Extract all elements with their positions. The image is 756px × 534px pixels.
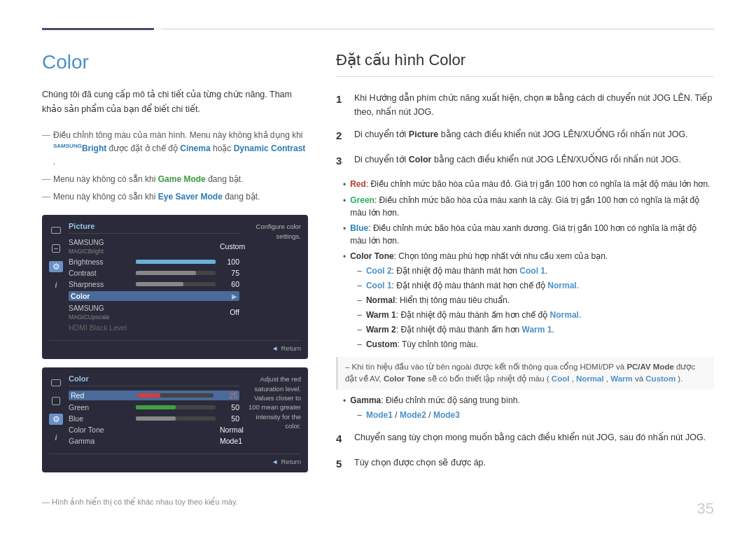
label-gamma: Gamma (350, 395, 381, 405)
mockup1-main: Picture SAMSUNGMAGICBright Custom Bright… (69, 222, 239, 335)
mockup1-value-contrast: 75 (220, 269, 239, 277)
bullet-dot-gamma: • (343, 395, 346, 423)
ref-normal-b: Normal (550, 310, 579, 320)
mockup1-value-sharpness: 60 (220, 280, 239, 288)
page-number: 35 (697, 500, 714, 518)
note-box-warm: Warm (610, 374, 633, 383)
note-box: – Khi tín hiệu đầu vào từ bên ngoài được… (336, 357, 714, 390)
ref-warm1: Warm 1 (522, 325, 552, 335)
label-warm2: Warm 2 (366, 325, 396, 335)
sub-warm2: – Warm 2: Đặt nhiệt độ màu thành ấm hơn … (357, 323, 608, 336)
mockup2-row-blue: Blue 50 (69, 414, 239, 423)
sidebar-icon-2 (49, 243, 63, 254)
mockup2-label-colortone: Color Tone (69, 426, 132, 434)
mockup2-return-bar: ◄ Return (49, 454, 301, 465)
note-box-normal: Normal (576, 374, 604, 383)
mockup1-label-brightness: Brightness (69, 258, 132, 266)
mockup2-label-red: Red (71, 391, 134, 400)
bullet-dot-colortone: • (343, 251, 346, 353)
step-1-content: Khi Hướng dẫn phím chức năng xuất hiện, … (354, 91, 714, 119)
sub-warm1: – Warm 1: Đặt nhiệt độ màu thành ấm hơn … (357, 309, 608, 321)
mockup1-label-magic: SAMSUNGMAGICBright (69, 238, 132, 255)
sub-gamma-modes: – Mode1 / Mode2 / Mode3 (357, 409, 519, 421)
mockup2-return-label: Return (281, 458, 301, 465)
mockup1-bar-contrast (136, 271, 216, 275)
mockup2-bar-blue (136, 416, 216, 421)
note-2: Menu này không có sẵn khi Game Mode đang… (42, 173, 308, 186)
sub-warm1-text: Warm 1: Đặt nhiệt độ màu thành ấm hơn ch… (366, 309, 581, 321)
gamma-sub-list: – Mode1 / Mode2 / Mode3 (357, 409, 519, 421)
mockup1-config-note: Configure color settings. (245, 222, 301, 335)
sub-gamma-text: Mode1 / Mode2 / Mode3 (366, 409, 460, 421)
mockup2-fill-blue (136, 416, 176, 421)
note-3: Menu này không có sẵn khi Eye Saver Mode… (42, 190, 308, 204)
sidebar-icon-1 (49, 225, 63, 236)
sub-cool2-text: Cool 2: Đặt nhiệt độ màu thành mát hơn C… (366, 265, 547, 277)
mockup1-return-bar: ◄ Return (49, 340, 301, 352)
sub-dash-cool2: – (357, 265, 362, 277)
sub-cool2: – Cool 2: Đặt nhiệt độ màu thành mát hơn… (357, 265, 608, 277)
step-2-num: 2 (336, 127, 347, 144)
note-box-cool: Cool (552, 374, 570, 383)
return-arrow-1: ◄ (272, 344, 278, 352)
note-1-highlight2: Cinema (180, 143, 210, 153)
note-box-colortone: Color Tone (384, 374, 426, 383)
mockup1-label-sharpness: Sharpness (69, 280, 132, 288)
note-3-pre: Menu này không có sẵn khi (53, 192, 158, 202)
mockup1-label-hdmi: HDMI Black Level (69, 323, 132, 332)
note-box-pcav: PC/AV Mode (626, 363, 674, 371)
bullet-red-text: Red: Điều chỉnh mức bão hòa của màu đỏ. … (350, 178, 710, 191)
step-5-num: 5 (336, 456, 347, 472)
mockup1-row-sharpness: Sharpness 60 (69, 280, 239, 288)
label-custom: Custom (366, 339, 398, 349)
mockup2-value-blue: 50 (220, 414, 239, 423)
sub-cool1-text: Cool 1: Đặt nhiệt độ màu thành mát hơn c… (366, 279, 579, 292)
label-red: Red (350, 179, 366, 189)
ref-cool1-a: Cool 1 (519, 266, 545, 276)
sub-dash-warm1: – (357, 309, 362, 321)
mockup1-label-color: Color (71, 292, 134, 300)
sub-bullet-list: – Cool 2: Đặt nhiệt độ màu thành mát hơn… (357, 265, 608, 351)
thin-line (161, 29, 714, 29)
step-3: 3 Di chuyển tới Color bằng cách điều khi… (336, 153, 714, 169)
left-column: Color Chúng tôi đã cung cấp mô tả chi ti… (42, 51, 308, 481)
bullet-dot-green: • (343, 195, 346, 219)
note-2-pre: Menu này không có sẵn khi (53, 174, 158, 184)
bullet-dot-red: • (343, 178, 346, 191)
bullet-green: • Green: Điều chỉnh mức bão hòa của màu … (343, 194, 714, 219)
sub-normal: – Normal: Hiển thị tông màu tiêu chuẩn. (357, 294, 608, 307)
step-4-content: Chuyển sang tùy chọn mong muốn bằng cách… (354, 430, 714, 447)
note-3-end: đang bật. (225, 192, 260, 202)
mockup1-bar-sharpness (136, 282, 216, 286)
mockup1-row-contrast: Contrast 75 (69, 269, 239, 277)
note-1-pre: Điều chỉnh tông màu của màn hình. Menu n… (53, 130, 303, 140)
step-5-content: Tùy chọn được chọn sẽ được áp. (354, 456, 714, 472)
mockup2-sidebar: ⚙ i (49, 374, 63, 448)
sub-dash-normal: – (357, 294, 362, 307)
mockup2-value-red: 25 (218, 391, 237, 400)
mockup2-row-colortone: Color Tone Normal (69, 426, 239, 434)
mockup1-fill-sharpness (136, 282, 183, 286)
sidebar-icon-4: i (49, 279, 63, 290)
mockup1-header: Picture (69, 222, 239, 234)
thick-line (42, 28, 154, 30)
mockup2-adjust-note: Adjust the red saturation level. Values … (245, 374, 301, 448)
mockup2-sidebar-icon-3-active: ⚙ (49, 414, 63, 425)
sidebar-icon-3-active: ⚙ (49, 261, 63, 272)
bullet-red: • Red: Điều chỉnh mức bão hòa của màu đỏ… (343, 178, 714, 191)
step-2-picture: Picture (409, 129, 438, 139)
mockup2-bar-red (138, 393, 214, 398)
sub-warm2-text: Warm 2: Đặt nhiệt độ màu thành ấm hơn Wa… (366, 323, 554, 336)
note-1: Điều chỉnh tông màu của màn hình. Menu n… (42, 129, 308, 169)
bullet-blue-text: Blue: Điều chỉnh mức bão hòa của màu xan… (350, 222, 714, 247)
note-1-end: . (53, 157, 55, 167)
bullet-green-text: Green: Điều chỉnh mức bão hòa của màu xa… (350, 194, 714, 219)
step-4-num: 4 (336, 430, 347, 447)
mockup1-row-hdmi: HDMI Black Level (69, 323, 239, 332)
page: Color Chúng tôi đã cung cấp mô tả chi ti… (0, 0, 756, 534)
step-5: 5 Tùy chọn được chọn sẽ được áp. (336, 456, 714, 472)
mockup1-label-upscale: SAMSUNGMAGICUpscale (69, 304, 132, 321)
note-1-mid2: hoặc (213, 143, 234, 153)
bottom-note: Hình ảnh hiển thị có thể khác nhau tùy t… (42, 498, 714, 507)
monitor-icon (51, 227, 61, 234)
